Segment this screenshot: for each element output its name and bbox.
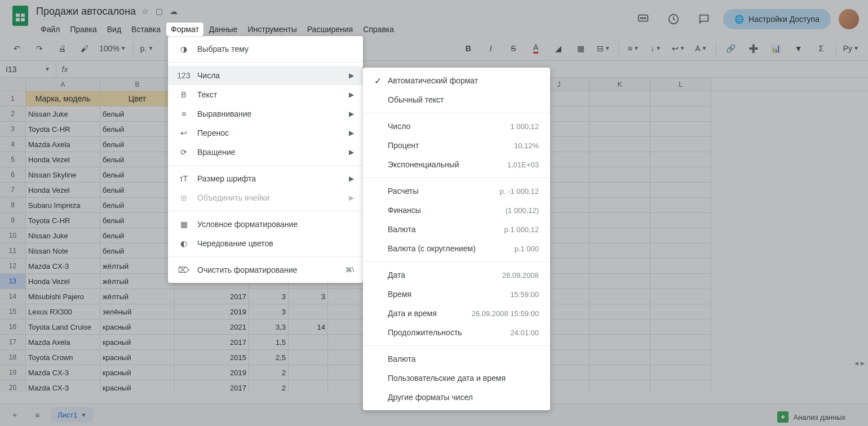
- menu-item[interactable]: τTРазмер шрифта▶: [168, 169, 363, 188]
- chevron-right-icon: ▶: [349, 110, 354, 118]
- number-format-submenu: ✓ Автоматический формат Обычный текст Чи…: [363, 68, 550, 410]
- menu-формат[interactable]: Формат: [166, 23, 203, 36]
- chevron-right-icon: ▶: [349, 72, 354, 79]
- menu-item[interactable]: ≡Выравнивание▶: [168, 104, 363, 123]
- number-format-option[interactable]: Финансы(1 000,12): [363, 201, 550, 220]
- chevron-right-icon: ▶: [349, 129, 354, 137]
- chevron-right-icon: ▶: [349, 148, 354, 156]
- format-menu-dropdown: ◑ Выбрать тему 123Числа▶BТекст▶≡Выравнив…: [168, 36, 363, 283]
- menu-item[interactable]: ◐Чередование цветов: [168, 234, 363, 253]
- chevron-right-icon: ▶: [349, 91, 354, 99]
- number-format-option[interactable]: Валютар.1 000,12: [363, 220, 550, 239]
- number-format-option[interactable]: Дата и время26.09.2008 15:59:00: [363, 304, 550, 323]
- menu-item: ⊞Объединить ячейки▶: [168, 188, 363, 207]
- clear-format-icon: ⌦: [177, 265, 191, 274]
- submenu-auto[interactable]: ✓ Автоматический формат: [363, 71, 550, 90]
- submenu-plain-text[interactable]: Обычный текст: [363, 90, 550, 109]
- number-format-option[interactable]: Валюта: [363, 349, 550, 369]
- number-format-option[interactable]: Дата26.09.2008: [363, 265, 550, 285]
- theme-icon: ◑: [177, 45, 191, 54]
- menu-item[interactable]: BТекст▶: [168, 85, 363, 104]
- number-format-option[interactable]: Пользовательские дата и время: [363, 369, 550, 388]
- menu-item[interactable]: ▦Условное форматирование: [168, 215, 363, 234]
- number-format-option[interactable]: Продолжительность24:01:00: [363, 323, 550, 342]
- chevron-right-icon: ▶: [349, 175, 354, 183]
- number-format-option[interactable]: Процент10,12%: [363, 136, 550, 155]
- number-format-option[interactable]: Время15:59:00: [363, 285, 550, 304]
- menu-item[interactable]: 123Числа▶: [168, 66, 363, 85]
- number-format-option[interactable]: Расчетыр. -1 000,12: [363, 181, 550, 201]
- number-format-option[interactable]: Число1 000,12: [363, 117, 550, 136]
- check-icon: ✓: [374, 76, 388, 86]
- menu-item[interactable]: ⟳Вращение▶: [168, 143, 363, 162]
- number-format-option[interactable]: Валюта (с округлением)р.1 000: [363, 239, 550, 258]
- number-format-option[interactable]: Экспоненциальный1,01E+03: [363, 155, 550, 174]
- menu-clear-formatting[interactable]: ⌦ Очистить форматирование ⌘\: [168, 260, 363, 279]
- number-format-option[interactable]: Другие форматы чисел: [363, 388, 550, 407]
- menu-theme[interactable]: ◑ Выбрать тему: [168, 39, 363, 59]
- chevron-right-icon: ▶: [349, 194, 354, 202]
- menu-item[interactable]: ↩Перенос▶: [168, 123, 363, 143]
